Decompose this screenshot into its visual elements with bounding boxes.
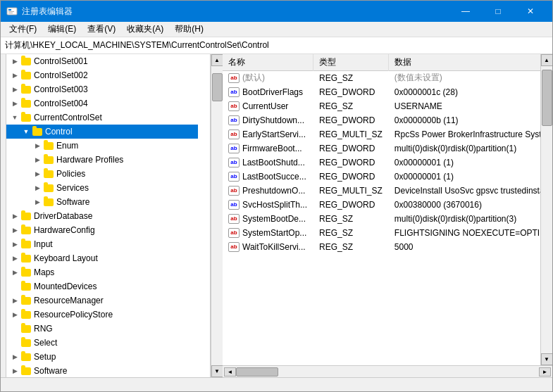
reg-data-cell: FLIGHTSIGNING NOEXECUTE=OPTIN [388, 226, 540, 240]
table-row[interactable]: abSvcHostSplitTh...REG_DWORD0x00380000 (… [223, 198, 540, 212]
reg-data-cell: 0x0000000b (11) [388, 113, 540, 127]
table-row[interactable]: abSystemStartOp...REG_SZ FLIGHTSIGNING N… [223, 226, 540, 240]
scrollbar-track[interactable] [211, 66, 223, 365]
arrow-currentcontrolset [9, 112, 20, 123]
reg-name-cell-10: abSystemBootDe... [223, 212, 313, 226]
maximize-button[interactable]: □ [482, 1, 514, 22]
tree-view[interactable]: ControlSet001 ControlSet002 ControlSet00… [6, 54, 211, 377]
tree-item-rng[interactable]: RNG [6, 322, 198, 336]
content-scrollbar-down[interactable]: ▼ [541, 353, 553, 365]
reg-type-cell: REG_DWORD [313, 198, 389, 212]
menu-favorites[interactable]: 收藏夹(A) [121, 22, 169, 37]
tree-item-driverdatabase[interactable]: DriverDatabase [6, 209, 198, 223]
arrow-policies [32, 168, 43, 179]
tree-item-controlset001[interactable]: ControlSet001 [6, 54, 198, 68]
tree-item-controlset004[interactable]: ControlSet004 [6, 96, 198, 110]
h-scroll-left[interactable]: ◄ [224, 367, 236, 377]
tree-item-control[interactable]: Control [6, 125, 198, 139]
scrollbar-down-btn[interactable]: ▼ [211, 365, 223, 377]
svg-rect-3 [8, 13, 13, 13]
table-row[interactable]: abDirtyShutdown...REG_DWORD0x0000000b (1… [223, 113, 540, 127]
reg-name-text: (默认) [242, 72, 265, 84]
table-row[interactable]: abPreshutdownO...REG_MULTI_SZDeviceInsta… [223, 184, 540, 198]
tree-item-resourcemanager[interactable]: ResourceManager [6, 293, 198, 308]
label-policies: Policies [54, 169, 85, 179]
tree-item-select[interactable]: Select [6, 336, 198, 350]
reg-name-cell-0: ab(默认) [223, 71, 313, 85]
tree-item-software-root[interactable]: Software [6, 364, 198, 377]
reg-name-text: FirmwareBoot... [242, 144, 302, 153]
label-services: Services [54, 183, 89, 193]
menu-view[interactable]: 查看(V) [82, 22, 121, 37]
close-button[interactable]: ✕ [514, 1, 547, 22]
col-header-name[interactable]: 名称 [223, 54, 313, 71]
arrow-controlset002 [9, 70, 20, 81]
table-row[interactable]: abEarlyStartServi...REG_MULTI_SZRpcSs Po… [223, 127, 540, 141]
table-row[interactable]: abLastBootSucce...REG_DWORD0x00000001 (1… [223, 170, 540, 184]
tree-item-controlset003[interactable]: ControlSet003 [6, 82, 198, 96]
tree-item-mounteddevices[interactable]: MountedDevices [6, 279, 198, 293]
menu-help[interactable]: 帮助(H) [169, 22, 209, 37]
folder-icon-select [20, 337, 32, 348]
reg-data-cell: (数值未设置) [388, 71, 540, 85]
tree-item-input[interactable]: Input [6, 237, 198, 251]
table-row[interactable]: abSystemBootDe...REG_SZmulti(0)disk(0)rd… [223, 212, 540, 226]
col-header-type[interactable]: 类型 [313, 54, 389, 71]
label-enum: Enum [54, 141, 78, 151]
content-scrollbar-track[interactable] [541, 66, 552, 353]
registry-table-container[interactable]: 名称 类型 数据 ab(默认)REG_SZ(数值未设置)abBootDriver… [223, 54, 540, 365]
tree-item-hardware-profiles[interactable]: Hardware Profiles [6, 153, 198, 167]
folder-icon-rng [20, 323, 32, 334]
reg-name-text: PreshutdownO... [242, 186, 305, 196]
window-controls: — □ ✕ [449, 1, 547, 22]
tree-item-controlset002[interactable]: ControlSet002 [6, 68, 198, 82]
tree-item-software-control[interactable]: Software [6, 195, 198, 209]
reg-data-cell: 0x00000001 (1) [388, 170, 540, 184]
reg-name-text: WaitToKillServi... [242, 242, 306, 252]
content-scrollbar-up[interactable]: ▲ [541, 54, 553, 66]
tree-item-maps[interactable]: Maps [6, 265, 198, 279]
content-scrollbar-thumb[interactable] [542, 70, 552, 126]
h-scrollbar-thumb[interactable] [236, 367, 278, 377]
tree-item-setup[interactable]: Setup [6, 350, 198, 364]
table-row[interactable]: abFirmwareBoot...REG_DWORDmulti(0)disk(0… [223, 141, 540, 156]
h-scroll-right[interactable]: ► [539, 367, 551, 377]
arrow-driverdatabase [9, 210, 20, 222]
content-panel: 名称 类型 数据 ab(默认)REG_SZ(数值未设置)abBootDriver… [223, 54, 552, 377]
sidebar-scrollbar[interactable]: ▲ ▼ [211, 54, 223, 377]
main-content: ControlSet001 ControlSet002 ControlSet00… [1, 54, 552, 377]
label-mounteddevices: MountedDevices [32, 282, 97, 291]
content-scrollbar[interactable]: ▲ ▼ [540, 54, 552, 365]
folder-icon-setup [20, 351, 32, 362]
scrollbar-thumb[interactable] [212, 73, 223, 101]
scrollbar-up-btn[interactable]: ▲ [211, 54, 223, 66]
table-row[interactable]: abCurrentUserREG_SZUSERNAME [223, 99, 540, 113]
tree-item-resourcepolicystore[interactable]: ResourcePolicyStore [6, 308, 198, 322]
menu-edit[interactable]: 编辑(E) [42, 22, 82, 37]
table-row[interactable]: abWaitToKillServi...REG_SZ5000 [223, 240, 540, 254]
h-scrollbar[interactable]: ◄ ► [223, 365, 552, 377]
tree-item-services[interactable]: Services [6, 181, 198, 195]
tree-item-policies[interactable]: Policies [6, 167, 198, 181]
label-keyboard-layout: Keyboard Layout [32, 253, 98, 263]
tree-item-currentcontrolset[interactable]: CurrentControlSet [6, 110, 198, 125]
tree-item-enum[interactable]: Enum [6, 139, 198, 153]
table-row[interactable]: abBootDriverFlagsREG_DWORD0x0000001c (28… [223, 85, 540, 99]
table-row[interactable]: ab(默认)REG_SZ(数值未设置) [223, 71, 540, 85]
label-software-root: Software [32, 366, 67, 376]
menu-file[interactable]: 文件(F) [4, 22, 42, 37]
dword-icon: ab [228, 87, 240, 97]
reg-name-cell-7: abLastBootSucce... [223, 170, 313, 184]
table-row[interactable]: abLastBootShutd...REG_DWORD0x00000001 (1… [223, 156, 540, 170]
content-area: 名称 类型 数据 ab(默认)REG_SZ(数值未设置)abBootDriver… [223, 54, 552, 365]
arrow-services [32, 182, 43, 194]
label-controlset001: ControlSet001 [32, 56, 88, 66]
minimize-button[interactable]: — [449, 1, 482, 22]
tree-item-hardwareconfig[interactable]: HardwareConfig [6, 223, 198, 237]
reg-type-cell: REG_DWORD [313, 85, 389, 99]
tree-item-keyboard-layout[interactable]: Keyboard Layout [6, 251, 198, 265]
col-header-data[interactable]: 数据 [388, 54, 540, 71]
label-resourcepolicystore: ResourcePolicyStore [32, 310, 113, 320]
arrow-input [9, 239, 20, 250]
status-bar [1, 377, 552, 391]
